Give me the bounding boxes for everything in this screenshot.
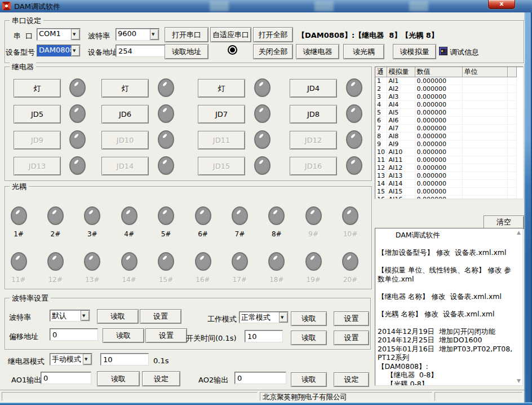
- table-row[interactable]: 8AI80.000000: [375, 133, 516, 140]
- relay-button-4[interactable]: JD4: [290, 79, 337, 98]
- baud-set-button[interactable]: 设置: [140, 309, 181, 324]
- relay-mode-combo[interactable]: 手动模式: [50, 353, 92, 366]
- table-row[interactable]: 15AI150.000000: [375, 188, 516, 196]
- table-row[interactable]: 12AI120.000000: [375, 164, 516, 172]
- baud2-combo[interactable]: 默认: [50, 310, 90, 322]
- table-row[interactable]: 10AI100.000000: [375, 148, 516, 156]
- relay-button-1[interactable]: 灯: [14, 79, 61, 98]
- opto-indicator-12: [47, 252, 64, 271]
- analog-col-header-3[interactable]: 单位: [462, 67, 507, 77]
- baudrate-combo[interactable]: 9600: [116, 28, 159, 41]
- analog-col-header-4[interactable]: [507, 67, 516, 77]
- chevron-down-icon[interactable]: [279, 312, 288, 323]
- table-row[interactable]: 9AI90.000000: [375, 140, 516, 148]
- table-row[interactable]: 5AI50.000000: [375, 109, 516, 117]
- chevron-down-icon[interactable]: [71, 45, 80, 56]
- ao1-set-button[interactable]: 设定: [142, 371, 180, 386]
- ao2-set-button[interactable]: 设定: [334, 372, 369, 387]
- device-address-input[interactable]: [116, 45, 167, 57]
- table-cell: [507, 172, 516, 180]
- opto-indicator-10: [342, 206, 358, 225]
- analog-table[interactable]: 通模拟量数值单位 1AI10.0000002AI20.0000003AI30.0…: [375, 67, 517, 199]
- read-address-button[interactable]: 读取地址: [165, 44, 209, 59]
- relay-time-input[interactable]: [100, 353, 149, 366]
- relay-button-7[interactable]: JD7: [198, 105, 245, 124]
- relay-button-14: JD14: [101, 157, 149, 175]
- debug-info-label[interactable]: 调试信息: [450, 47, 479, 58]
- chevron-down-icon[interactable]: [150, 29, 159, 40]
- table-cell: 1: [375, 77, 387, 85]
- table-cell: 15: [375, 188, 387, 196]
- port-combo[interactable]: COM1: [37, 28, 81, 41]
- chevron-down-icon[interactable]: [71, 29, 80, 40]
- opto-label-10: 10#: [338, 230, 363, 238]
- table-cell: [507, 164, 516, 172]
- chevron-down-icon[interactable]: [81, 310, 90, 321]
- opto-label-8: 8#: [264, 230, 289, 238]
- chevron-down-icon[interactable]: [83, 354, 92, 365]
- table-row[interactable]: 4AI40.000000: [375, 101, 516, 109]
- analog-col-header-0[interactable]: 通: [375, 67, 387, 77]
- scroll-down-icon[interactable]: [516, 378, 522, 384]
- table-cell: [462, 156, 507, 164]
- table-row[interactable]: 14AI140.000000: [375, 180, 516, 188]
- auto-adapt-port-button[interactable]: 自适应串口: [210, 27, 251, 42]
- open-port-button[interactable]: 打开串口: [165, 27, 209, 42]
- open-all-button[interactable]: 打开全部: [253, 27, 293, 42]
- port-combo-value: COM1: [37, 29, 71, 40]
- analog-col-header-1[interactable]: 模拟量: [387, 67, 415, 77]
- table-row[interactable]: 2AI20.000000: [375, 85, 516, 93]
- ao2-input[interactable]: [234, 372, 286, 384]
- offset-read-button[interactable]: 读取: [103, 328, 144, 343]
- relay-button-9: JD9: [14, 131, 61, 149]
- table-cell: 9: [375, 140, 387, 148]
- table-row[interactable]: 13AI130.000000: [375, 172, 516, 180]
- work-mode-set-button[interactable]: 设置: [334, 311, 369, 326]
- relay-indicator-14: [158, 156, 174, 175]
- work-mode-combo[interactable]: 正常模式: [239, 311, 289, 323]
- table-cell: 0.000000: [415, 117, 462, 125]
- table-row[interactable]: 11AI110.000000: [375, 156, 516, 164]
- close-button[interactable]: x: [488, 0, 515, 9]
- table-row[interactable]: 6AI60.000000: [375, 117, 516, 125]
- read-analog-button[interactable]: 读模拟量: [393, 44, 436, 59]
- baudrate-label: 波特率: [88, 31, 110, 41]
- close-all-button[interactable]: 关闭全部: [253, 44, 293, 59]
- switch-time-set-button[interactable]: 设置: [334, 331, 369, 345]
- table-row[interactable]: 16AI160.000000: [375, 196, 516, 200]
- relay-button-3[interactable]: 灯: [198, 79, 245, 98]
- table-row[interactable]: 7AI70.000000: [375, 125, 516, 133]
- offset-set-button[interactable]: 设置: [145, 328, 187, 343]
- table-row[interactable]: 3AI30.000000: [375, 93, 516, 101]
- table-cell: [507, 156, 516, 164]
- clear-button[interactable]: 清空: [484, 215, 524, 229]
- table-row[interactable]: 1AI10.000000: [375, 77, 516, 85]
- analog-col-header-2[interactable]: 数值: [415, 67, 462, 77]
- work-mode-read-button[interactable]: 读取: [291, 311, 327, 326]
- read-opto-button[interactable]: 读光耦: [343, 44, 384, 59]
- ao1-input[interactable]: [41, 372, 91, 384]
- relay-button-8[interactable]: JD8: [290, 105, 337, 124]
- log-panel[interactable]: DAM调试软件 【增加设备型号】 修改 设备表.xml.xml 【模拟量 单位、…: [375, 228, 523, 386]
- relay-button-6[interactable]: JD6: [101, 105, 149, 124]
- relay-button-2[interactable]: 灯: [101, 79, 149, 98]
- ao1-read-button[interactable]: 读取: [97, 371, 140, 386]
- table-cell: [462, 188, 507, 196]
- ao2-read-button[interactable]: 读取: [291, 372, 327, 387]
- port-label: 串 口: [14, 31, 33, 41]
- opto-indicator-2: [47, 206, 64, 225]
- table-cell: 0.000000: [415, 188, 462, 196]
- table-cell: [507, 101, 516, 109]
- table-cell: [462, 101, 507, 109]
- scroll-up-icon[interactable]: [516, 230, 522, 236]
- relay-button-5[interactable]: JD5: [14, 105, 61, 124]
- serial-group-title: 串口设定: [10, 16, 43, 26]
- baud-read-button[interactable]: 读取: [97, 309, 139, 324]
- offset-address-input[interactable]: [50, 328, 98, 341]
- opto-label-15: 15#: [154, 276, 179, 284]
- opto-label-13: 13#: [80, 276, 105, 284]
- device-model-combo[interactable]: DAM0808: [37, 45, 81, 57]
- switch-time-read-button[interactable]: 读取: [291, 331, 327, 345]
- read-relay-button[interactable]: 读继电器: [296, 44, 339, 59]
- switch-time-input[interactable]: [245, 330, 283, 342]
